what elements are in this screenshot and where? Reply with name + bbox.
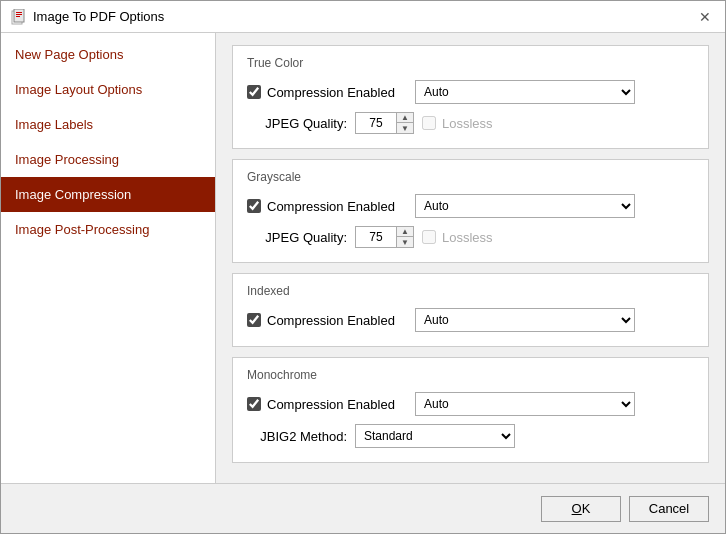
true-color-quality-row: JPEG Quality: ▲ ▼ Lossless <box>247 112 694 134</box>
cancel-button[interactable]: Cancel <box>629 496 709 522</box>
true-color-compression-select[interactable]: Auto JPEG Deflate None <box>415 80 635 104</box>
grayscale-quality-row: JPEG Quality: ▲ ▼ Lossless <box>247 226 694 248</box>
sidebar-item-image-layout-options[interactable]: Image Layout Options <box>1 72 215 107</box>
sidebar-item-image-processing[interactable]: Image Processing <box>1 142 215 177</box>
monochrome-compression-select[interactable]: Auto CCITT G4 JBIG2 None <box>415 392 635 416</box>
true-color-quality-up[interactable]: ▲ <box>397 113 413 123</box>
grayscale-quality-up[interactable]: ▲ <box>397 227 413 237</box>
svg-rect-1 <box>14 9 24 22</box>
true-color-lossless-checkbox[interactable] <box>422 116 436 130</box>
grayscale-compression-label[interactable]: Compression Enabled <box>247 199 407 214</box>
svg-rect-2 <box>16 12 22 13</box>
true-color-quality-label: JPEG Quality: <box>257 116 347 131</box>
grayscale-quality-arrows: ▲ ▼ <box>396 227 413 247</box>
true-color-compression-label[interactable]: Compression Enabled <box>247 85 407 100</box>
svg-rect-3 <box>16 14 22 15</box>
grayscale-compression-select[interactable]: Auto JPEG Deflate None <box>415 194 635 218</box>
grayscale-quality-spinner: ▲ ▼ <box>355 226 414 248</box>
sidebar-item-image-compression[interactable]: Image Compression <box>1 177 215 212</box>
monochrome-jbig2-row: JBIG2 Method: Standard Lossless <box>247 424 694 448</box>
true-color-compression-checkbox[interactable] <box>247 85 261 99</box>
app-icon <box>11 9 27 25</box>
ok-underline: OK <box>572 501 591 516</box>
true-color-quality-spinner: ▲ ▼ <box>355 112 414 134</box>
indexed-compression-label[interactable]: Compression Enabled <box>247 313 407 328</box>
monochrome-compression-text: Compression Enabled <box>267 397 395 412</box>
grayscale-lossless-label[interactable]: Lossless <box>422 230 493 245</box>
monochrome-section: Monochrome Compression Enabled Auto CCIT… <box>232 357 709 463</box>
main-window: Image To PDF Options ✕ New Page Options … <box>0 0 726 534</box>
grayscale-quality-down[interactable]: ▼ <box>397 237 413 247</box>
indexed-section: Indexed Compression Enabled Auto Deflate… <box>232 273 709 347</box>
monochrome-jbig2-label: JBIG2 Method: <box>257 429 347 444</box>
grayscale-quality-input[interactable] <box>356 227 396 247</box>
monochrome-jbig2-select[interactable]: Standard Lossless <box>355 424 515 448</box>
svg-rect-4 <box>16 16 20 17</box>
footer: OK Cancel <box>1 483 725 533</box>
true-color-title: True Color <box>247 56 694 70</box>
sidebar-item-image-post-processing[interactable]: Image Post-Processing <box>1 212 215 247</box>
close-button[interactable]: ✕ <box>695 7 715 27</box>
content-area: True Color Compression Enabled Auto JPEG… <box>216 33 725 483</box>
true-color-lossless-label[interactable]: Lossless <box>422 116 493 131</box>
grayscale-section: Grayscale Compression Enabled Auto JPEG … <box>232 159 709 263</box>
monochrome-compression-checkbox[interactable] <box>247 397 261 411</box>
monochrome-compression-row: Compression Enabled Auto CCITT G4 JBIG2 … <box>247 392 694 416</box>
sidebar-item-image-labels[interactable]: Image Labels <box>1 107 215 142</box>
true-color-compression-row: Compression Enabled Auto JPEG Deflate No… <box>247 80 694 104</box>
title-bar: Image To PDF Options ✕ <box>1 1 725 33</box>
indexed-compression-checkbox[interactable] <box>247 313 261 327</box>
ok-button[interactable]: OK <box>541 496 621 522</box>
grayscale-compression-checkbox[interactable] <box>247 199 261 213</box>
monochrome-title: Monochrome <box>247 368 694 382</box>
monochrome-compression-label[interactable]: Compression Enabled <box>247 397 407 412</box>
true-color-quality-input[interactable] <box>356 113 396 133</box>
true-color-section: True Color Compression Enabled Auto JPEG… <box>232 45 709 149</box>
main-content: New Page Options Image Layout Options Im… <box>1 33 725 483</box>
indexed-compression-row: Compression Enabled Auto Deflate None <box>247 308 694 332</box>
sidebar-item-new-page-options[interactable]: New Page Options <box>1 37 215 72</box>
grayscale-compression-text: Compression Enabled <box>267 199 395 214</box>
indexed-compression-select[interactable]: Auto Deflate None <box>415 308 635 332</box>
grayscale-quality-label: JPEG Quality: <box>257 230 347 245</box>
grayscale-lossless-checkbox[interactable] <box>422 230 436 244</box>
grayscale-title: Grayscale <box>247 170 694 184</box>
grayscale-compression-row: Compression Enabled Auto JPEG Deflate No… <box>247 194 694 218</box>
true-color-quality-down[interactable]: ▼ <box>397 123 413 133</box>
window-title: Image To PDF Options <box>33 9 164 24</box>
sidebar: New Page Options Image Layout Options Im… <box>1 33 216 483</box>
true-color-lossless-text: Lossless <box>442 116 493 131</box>
indexed-title: Indexed <box>247 284 694 298</box>
true-color-compression-text: Compression Enabled <box>267 85 395 100</box>
grayscale-lossless-text: Lossless <box>442 230 493 245</box>
title-bar-left: Image To PDF Options <box>11 9 164 25</box>
true-color-quality-arrows: ▲ ▼ <box>396 113 413 133</box>
indexed-compression-text: Compression Enabled <box>267 313 395 328</box>
